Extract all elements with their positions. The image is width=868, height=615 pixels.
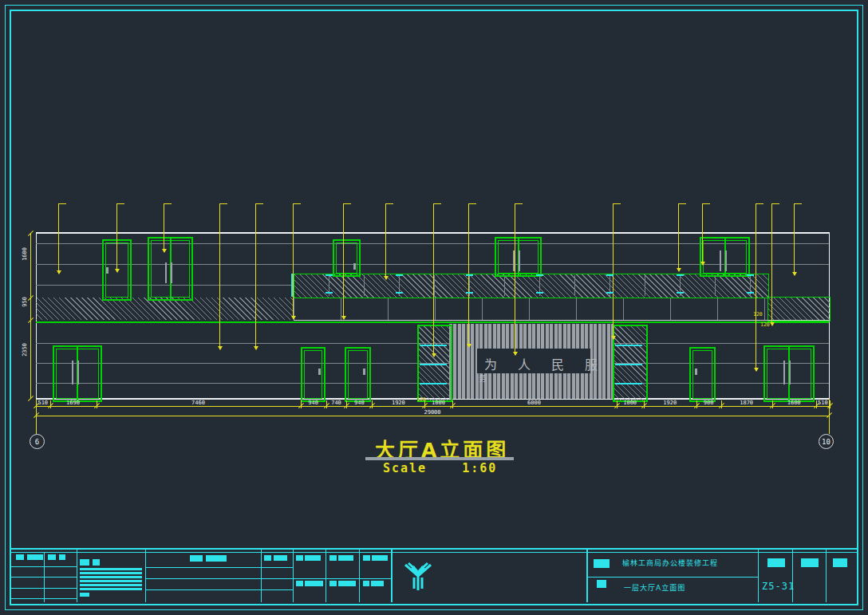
tb-row-line	[11, 588, 77, 589]
tb-placeholder	[190, 555, 203, 562]
tb-project-name: 榆林工商局办公楼装修工程	[622, 558, 718, 568]
dim-ext	[830, 400, 831, 408]
tb-drawing-number: Z5-31	[762, 581, 795, 592]
dimension-label: 900	[704, 400, 714, 406]
dim-ext	[424, 400, 425, 408]
dim-ext	[617, 400, 617, 408]
leader-arrow	[115, 269, 120, 273]
leader-line	[678, 203, 679, 271]
linework-layer: 5101690746094074094019201000600010001920…	[0, 0, 868, 479]
tb-placeholder	[16, 554, 24, 560]
leader-arrow	[384, 276, 389, 280]
scale-label: Scale	[383, 461, 427, 475]
leader-top-bar	[164, 203, 172, 204]
tb-row-line	[145, 589, 293, 590]
scale-value: 1:60	[462, 461, 497, 475]
tb-placeholder	[264, 555, 271, 561]
dim-ext	[644, 400, 645, 408]
dim-ext	[696, 400, 697, 408]
leader-line	[385, 203, 386, 279]
drawing-canvas[interactable]: 为人民服 务 1600 950 2350 120 120 120 29000	[0, 0, 868, 615]
dimension-label: 1870	[740, 400, 753, 406]
leader-top-bar	[385, 203, 393, 204]
tb-placeholder	[371, 581, 384, 586]
leader-arrow	[218, 346, 223, 350]
dimension-label: 940	[308, 400, 318, 406]
leader-line	[58, 203, 59, 274]
leader-arrow	[341, 316, 346, 320]
leader-top-bar	[794, 203, 802, 204]
tb-placeholder	[80, 593, 89, 597]
leader-line	[515, 203, 515, 355]
tb-placeholder	[597, 580, 606, 588]
tb-row-line	[11, 577, 77, 578]
tb-divider	[326, 548, 326, 602]
leader-line	[219, 203, 220, 349]
leader-top-bar	[515, 203, 523, 204]
dim-ext	[346, 400, 347, 408]
leader-top-bar	[343, 203, 351, 204]
glazing-mullion	[504, 275, 505, 296]
tb-grid-line	[11, 552, 857, 553]
tb-placeholder	[93, 559, 100, 566]
tb-placeholder	[329, 581, 337, 586]
tb-placeholder	[372, 555, 388, 561]
dim-ext	[372, 400, 373, 408]
leader-top-bar	[756, 203, 763, 204]
leader-line	[613, 203, 614, 339]
tb-placeholder	[338, 555, 353, 561]
dimension-label: 1600	[787, 400, 801, 406]
leader-top-bar	[433, 203, 441, 204]
tb-top-line	[11, 548, 857, 550]
leader-top-bar	[255, 203, 263, 204]
glazing-mullion	[645, 275, 645, 296]
dimension-label: 510	[818, 400, 828, 406]
tb-row-line	[145, 578, 293, 579]
glazing-clip	[466, 292, 473, 294]
tb-row-line	[145, 567, 293, 568]
leader-top-bar	[468, 203, 476, 204]
glazing-clip	[677, 292, 684, 294]
dimension-label: 1690	[66, 400, 80, 406]
dim-ext	[301, 400, 302, 408]
tb-placeholder	[329, 555, 337, 561]
tb-placeholder	[833, 558, 847, 567]
tb-divider	[359, 548, 360, 602]
leader-arrow	[291, 316, 296, 320]
tb-row-line	[588, 577, 758, 578]
leader-top-bar	[58, 203, 66, 204]
tb-placeholder	[296, 581, 303, 586]
leader-line	[756, 203, 756, 371]
leader-arrow	[754, 368, 759, 372]
dimension-label: 940	[354, 400, 365, 406]
dimension-label: 1000	[623, 400, 637, 406]
tb-placeholder	[305, 581, 323, 586]
leader-arrow	[162, 249, 167, 253]
glazing-mullion	[715, 275, 716, 296]
leader-top-bar	[771, 203, 779, 204]
tb-divider	[792, 548, 793, 602]
tb-placeholder	[80, 576, 142, 578]
tb-row-line	[11, 566, 77, 567]
leader-arrow	[254, 346, 258, 350]
leader-line	[255, 203, 256, 349]
tb-drawing-name: 一层大厅A立面图	[624, 582, 685, 593]
view-scale: Scale 1:60	[383, 461, 497, 475]
tb-placeholder	[80, 572, 142, 574]
dim-ext	[50, 400, 51, 408]
leader-line	[794, 203, 795, 275]
leader-top-bar	[219, 203, 227, 204]
glazing-mullion	[574, 275, 575, 296]
glazing-clip	[536, 292, 543, 294]
glazing-mullion	[434, 275, 435, 296]
leader-line	[164, 203, 164, 252]
glazing-clip	[466, 274, 473, 276]
tb-placeholder	[305, 555, 321, 561]
tb-placeholder	[80, 568, 142, 570]
dim-ext	[816, 400, 817, 408]
dim-ext	[326, 400, 327, 408]
glazing-clip	[677, 274, 684, 276]
tb-placeholder	[363, 581, 369, 586]
tb-row-line	[11, 598, 77, 599]
tb-divider	[826, 548, 827, 602]
